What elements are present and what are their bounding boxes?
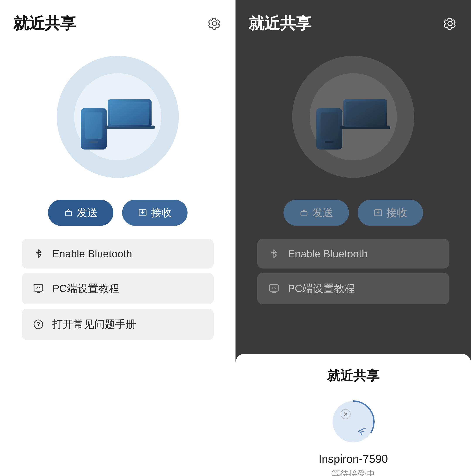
left-menu-faq-text: 打开常见问题手册 (52, 317, 136, 331)
right-menu-bluetooth[interactable]: Enable Bluetooth (257, 239, 449, 269)
svg-rect-16 (325, 141, 334, 143)
bottom-sheet-title: 就近共享 (327, 367, 379, 385)
right-illustration (288, 51, 419, 182)
left-send-button[interactable]: 发送 (48, 200, 113, 226)
left-send-label: 发送 (77, 206, 98, 220)
right-action-buttons: 发送 接收 (283, 200, 423, 226)
svg-rect-1 (85, 112, 103, 139)
left-devices (74, 82, 161, 152)
left-menu-faq[interactable]: ? 打开常见问题手册 (22, 309, 214, 340)
send-icon (64, 208, 73, 218)
device-status: 等待接受中 (331, 468, 375, 476)
right-send-label: 发送 (312, 206, 333, 220)
svg-rect-5 (110, 102, 149, 125)
svg-rect-20 (301, 211, 307, 216)
left-title: 就近共享 (13, 13, 76, 34)
left-header: 就近共享 (0, 0, 236, 43)
device-name: Inspiron-7590 (319, 452, 388, 465)
left-settings-icon[interactable] (207, 16, 222, 31)
right-receive-label: 接收 (386, 206, 407, 220)
left-receive-label: 接收 (151, 206, 172, 220)
right-settings-icon[interactable] (442, 16, 458, 31)
right-bluetooth-icon (268, 248, 280, 260)
left-panel: 就近共享 (0, 0, 236, 476)
left-action-buttons: 发送 接收 (48, 200, 188, 226)
right-send-icon (299, 208, 309, 218)
right-menu-bluetooth-text: Enable Bluetooth (288, 248, 368, 260)
svg-point-31 (361, 434, 362, 435)
svg-rect-9 (34, 285, 43, 291)
svg-text:?: ? (37, 321, 40, 327)
svg-rect-19 (346, 102, 385, 125)
right-menu-pc-guide[interactable]: PC端设置教程 (257, 273, 449, 304)
right-devices (310, 82, 397, 152)
pc-guide-icon (32, 282, 44, 295)
svg-rect-6 (65, 211, 71, 216)
faq-icon: ? (32, 318, 44, 330)
left-illustration (52, 51, 183, 182)
right-header: 就近共享 (236, 0, 471, 43)
right-title: 就近共享 (249, 13, 311, 34)
left-menu-pc-guide[interactable]: PC端设置教程 (22, 273, 214, 304)
left-menu-list: Enable Bluetooth PC端设置教程 ? 打开常见问题手册 (22, 239, 214, 340)
right-send-button[interactable]: 发送 (283, 200, 349, 226)
right-receive-icon (373, 208, 383, 218)
svg-rect-15 (321, 112, 338, 139)
device-arc-svg (329, 398, 377, 446)
left-menu-bluetooth-text: Enable Bluetooth (52, 248, 132, 260)
right-menu-list: Enable Bluetooth PC端设置教程 (257, 239, 449, 304)
svg-rect-23 (270, 285, 278, 291)
left-menu-bluetooth[interactable]: Enable Bluetooth (22, 239, 214, 269)
bluetooth-icon (32, 248, 44, 260)
receive-icon (138, 208, 147, 218)
left-receive-button[interactable]: 接收 (122, 200, 188, 226)
right-panel: 就近共享 (236, 0, 471, 476)
right-menu-pc-guide-text: PC端设置教程 (288, 282, 355, 296)
right-receive-button[interactable]: 接收 (358, 200, 423, 226)
left-menu-pc-guide-text: PC端设置教程 (52, 282, 119, 296)
right-pc-guide-icon (268, 282, 280, 295)
svg-rect-2 (89, 141, 98, 143)
bottom-sheet: 就近共享 Inspiron-7590 等待接受中 (236, 354, 471, 476)
